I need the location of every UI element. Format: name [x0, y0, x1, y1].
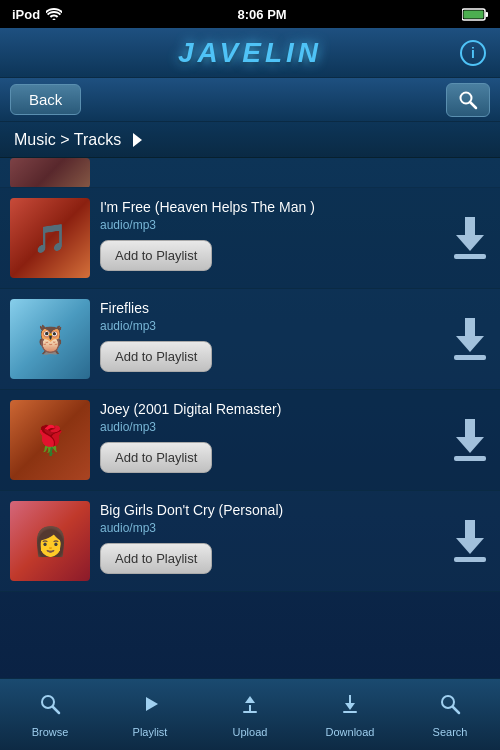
tab-playlist[interactable]: Playlist [100, 679, 200, 750]
tab-search[interactable]: Search [400, 679, 500, 750]
status-left: iPod [12, 7, 62, 22]
download-button-2[interactable] [450, 299, 490, 379]
svg-marker-13 [345, 703, 355, 710]
search-icon [438, 692, 462, 722]
upload-label: Upload [233, 726, 268, 738]
download-button-1[interactable] [450, 198, 490, 278]
track-type-2: audio/mp3 [100, 319, 440, 333]
arrow-stem-3 [465, 419, 475, 437]
list-item: 🌹 Joey (2001 Digital Remaster) audio/mp3… [0, 390, 500, 491]
track-type-1: audio/mp3 [100, 218, 440, 232]
info-icon[interactable]: i [460, 40, 486, 66]
arrow-stem-1 [465, 217, 475, 235]
search-nav-button[interactable] [446, 83, 490, 117]
svg-rect-3 [464, 10, 484, 18]
playlist-label: Playlist [133, 726, 168, 738]
tab-upload[interactable]: Upload [200, 679, 300, 750]
back-button[interactable]: Back [10, 84, 81, 115]
tab-download[interactable]: Download [300, 679, 400, 750]
tab-bar: Browse Playlist Upload Download [0, 678, 500, 750]
svg-marker-10 [245, 696, 255, 703]
arrow-stem-2 [465, 318, 475, 336]
arrow-base-3 [454, 456, 486, 461]
arrow-base-1 [454, 254, 486, 259]
svg-point-0 [53, 19, 56, 21]
list-item: 🦉 Fireflies audio/mp3 Add to Playlist [0, 289, 500, 390]
track-list: 🎵 I'm Free (Heaven Helps The Man ) audio… [0, 158, 500, 678]
list-item: 🎵 I'm Free (Heaven Helps The Man ) audio… [0, 188, 500, 289]
status-bar: iPod 8:06 PM [0, 0, 500, 28]
arrow-head-4 [456, 538, 484, 554]
carrier-label: iPod [12, 7, 40, 22]
arrow-base-2 [454, 355, 486, 360]
download-button-4[interactable] [450, 501, 490, 581]
track-type-3: audio/mp3 [100, 420, 440, 434]
album-art-2: 🦉 [10, 299, 90, 379]
nav-bar: Back [0, 78, 500, 122]
svg-line-5 [470, 102, 476, 108]
add-to-playlist-button-2[interactable]: Add to Playlist [100, 341, 212, 372]
list-item: 👩 Big Girls Don't Cry (Personal) audio/m… [0, 491, 500, 592]
track-name-3: Joey (2001 Digital Remaster) [100, 400, 440, 418]
download-icon [338, 692, 362, 722]
track-info-3: Joey (2001 Digital Remaster) audio/mp3 A… [100, 400, 440, 480]
browse-icon [38, 692, 62, 722]
svg-rect-14 [343, 711, 357, 713]
svg-marker-8 [146, 697, 158, 711]
download-arrow-shape-1 [454, 217, 486, 259]
track-name-4: Big Girls Don't Cry (Personal) [100, 501, 440, 519]
status-right [462, 8, 488, 21]
breadcrumb-dropdown-icon[interactable] [133, 133, 142, 147]
track-name-2: Fireflies [100, 299, 440, 317]
arrow-base-4 [454, 557, 486, 562]
app-title: JAVELIN [178, 37, 322, 69]
track-info-2: Fireflies audio/mp3 Add to Playlist [100, 299, 440, 379]
download-arrow-shape-2 [454, 318, 486, 360]
album-art-4: 👩 [10, 501, 90, 581]
svg-line-16 [453, 707, 459, 713]
search-nav-icon [458, 90, 478, 110]
arrow-head-2 [456, 336, 484, 352]
breadcrumb-text: Music > Tracks [14, 131, 121, 149]
tab-browse[interactable]: Browse [0, 679, 100, 750]
track-info-4: Big Girls Don't Cry (Personal) audio/mp3… [100, 501, 440, 581]
add-to-playlist-button-3[interactable]: Add to Playlist [100, 442, 212, 473]
svg-rect-2 [486, 12, 489, 17]
arrow-head-1 [456, 235, 484, 251]
arrow-head-3 [456, 437, 484, 453]
playlist-icon [138, 692, 162, 722]
add-to-playlist-button-4[interactable]: Add to Playlist [100, 543, 212, 574]
browse-label: Browse [32, 726, 69, 738]
upload-icon [238, 692, 262, 722]
time-display: 8:06 PM [238, 7, 287, 22]
album-art-3: 🌹 [10, 400, 90, 480]
battery-icon [462, 8, 488, 21]
add-to-playlist-button-1[interactable]: Add to Playlist [100, 240, 212, 271]
download-label: Download [326, 726, 375, 738]
track-info-1: I'm Free (Heaven Helps The Man ) audio/m… [100, 198, 440, 278]
search-label: Search [433, 726, 468, 738]
download-button-3[interactable] [450, 400, 490, 480]
album-art-1: 🎵 [10, 198, 90, 278]
download-arrow-shape-4 [454, 520, 486, 562]
wifi-icon [46, 8, 62, 20]
track-type-4: audio/mp3 [100, 521, 440, 535]
app-header: JAVELIN i [0, 28, 500, 78]
arrow-stem-4 [465, 520, 475, 538]
track-name-1: I'm Free (Heaven Helps The Man ) [100, 198, 440, 216]
list-item [0, 158, 500, 188]
breadcrumb-bar: Music > Tracks [0, 122, 500, 158]
svg-line-7 [53, 707, 59, 713]
download-arrow-shape-3 [454, 419, 486, 461]
svg-rect-11 [243, 711, 257, 713]
